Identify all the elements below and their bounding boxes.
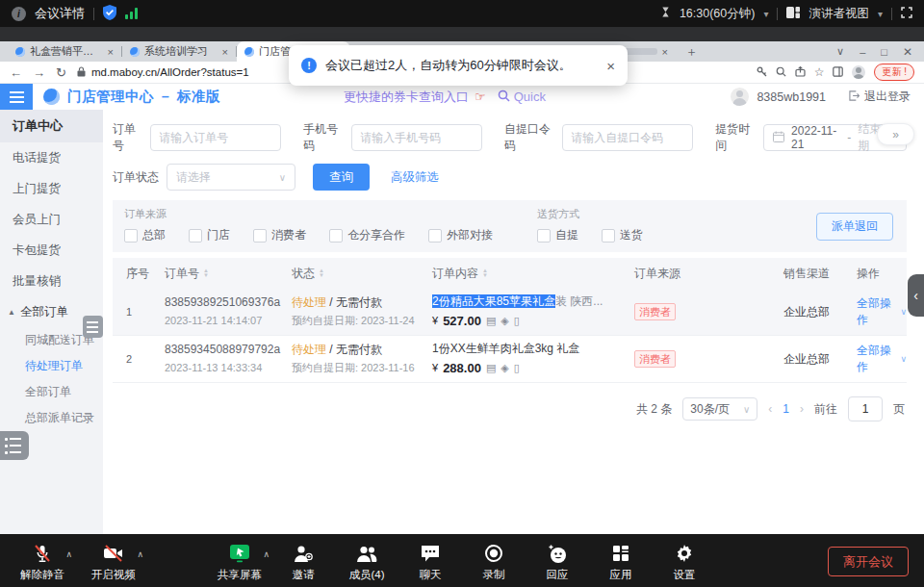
gift-box-icon[interactable]: ◈ xyxy=(500,360,508,376)
checkbox-icon[interactable] xyxy=(537,229,551,242)
checkbox-external[interactable]: 外部对接 xyxy=(428,227,493,243)
unmute-button[interactable]: 解除静音 ∧ xyxy=(15,542,69,582)
record-button[interactable]: 录制 xyxy=(467,542,521,582)
apps-button[interactable]: 应用 xyxy=(594,542,648,582)
members-button[interactable]: 成员(4) xyxy=(340,542,394,582)
new-tab-button[interactable]: ＋ xyxy=(676,41,707,62)
floating-list-button[interactable] xyxy=(0,431,29,460)
tab-close-icon[interactable]: × xyxy=(662,46,668,58)
row-actions-dropdown[interactable]: 全部操作 ∨ xyxy=(857,295,907,328)
leave-meeting-button[interactable]: 离开会议 xyxy=(828,547,909,576)
checkbox-icon[interactable] xyxy=(329,229,343,242)
col-content[interactable]: 订单内容▲▼ xyxy=(432,266,634,282)
timer-caret-icon[interactable]: ▾ xyxy=(763,9,768,19)
order-status-select[interactable]: 请选择 ∨ xyxy=(167,164,295,191)
back-icon[interactable]: ← xyxy=(10,65,22,80)
right-panel-handle[interactable]: ‹ xyxy=(908,274,924,317)
checkbox-store[interactable]: 门店 xyxy=(189,227,230,243)
gift-box-icon[interactable]: ◈ xyxy=(500,313,508,329)
meeting-timer[interactable]: 16:30(60分钟) xyxy=(680,6,756,22)
current-page[interactable]: 1 xyxy=(783,402,789,416)
next-page-icon[interactable]: › xyxy=(800,402,804,416)
window-minimize-button[interactable]: – xyxy=(860,46,865,58)
checkbox-icon[interactable] xyxy=(602,229,615,242)
sidebar-sub-hq-dispatch[interactable]: 总部派单记录 xyxy=(0,405,103,431)
user-avatar[interactable] xyxy=(731,88,749,106)
tab-close-icon[interactable]: × xyxy=(222,46,228,58)
col-status[interactable]: 状态▲▼ xyxy=(292,266,432,282)
url-field[interactable]: md.maboy.cn/AllOrder?status=1 xyxy=(77,66,249,79)
window-close-button[interactable]: ✕ xyxy=(903,45,912,59)
sidebar-item-phone-pickup[interactable]: 电话提货 xyxy=(0,142,103,173)
reactions-button[interactable]: 回应 xyxy=(530,542,584,582)
pickup-code-input[interactable] xyxy=(562,124,693,151)
search-button[interactable]: 查询 xyxy=(313,164,370,191)
checkbox-self-pickup[interactable]: 自提 xyxy=(537,227,578,243)
sidebar-sub-pending-orders[interactable]: 待处理订单 xyxy=(0,353,103,379)
checkbox-warehouse-share[interactable]: 仓分享合作 xyxy=(329,227,405,243)
side-panel-icon[interactable] xyxy=(833,66,843,79)
prev-page-icon[interactable]: ‹ xyxy=(768,402,772,416)
dispatch-return-button[interactable]: 派单退回 xyxy=(816,213,893,241)
sidebar-drag-handle[interactable] xyxy=(83,316,103,338)
checkbox-icon[interactable] xyxy=(189,229,202,242)
checkbox-icon[interactable] xyxy=(253,229,267,242)
sidebar-sub-all-orders[interactable]: 全部订单 xyxy=(0,379,103,405)
order-no-input[interactable] xyxy=(150,124,281,151)
banner-close-icon[interactable]: × xyxy=(606,58,615,74)
advanced-filter-link[interactable]: 高级筛选 xyxy=(391,169,439,186)
checkbox-consumer[interactable]: 消费者 xyxy=(253,227,306,243)
quick-card-entry-link[interactable]: 更快捷的券卡查询入口 ☞ xyxy=(344,89,486,106)
bookmark-star-icon[interactable]: ☆ xyxy=(814,65,825,79)
forward-icon[interactable]: → xyxy=(33,65,45,80)
zoom-icon[interactable] xyxy=(776,66,786,79)
checkbox-icon[interactable] xyxy=(428,229,442,242)
phone-icon[interactable]: ▯ xyxy=(514,313,520,329)
sort-icon[interactable]: ▲▼ xyxy=(482,268,488,278)
checkbox-hq[interactable]: 总部 xyxy=(124,227,166,243)
reload-icon[interactable]: ↻ xyxy=(56,65,66,80)
sidebar-item-door-pickup[interactable]: 上门提货 xyxy=(0,173,103,204)
col-order-no[interactable]: 订单号▲▼ xyxy=(165,266,292,282)
sort-icon[interactable]: ▲▼ xyxy=(319,268,324,278)
chevron-up-icon[interactable]: ∧ xyxy=(263,549,270,559)
security-shield-icon[interactable] xyxy=(103,5,116,23)
view-mode-selector[interactable]: 演讲者视图 xyxy=(808,6,869,22)
share-icon[interactable] xyxy=(795,66,806,79)
sidebar-section-order-center[interactable]: 订单中心 xyxy=(0,110,103,142)
chevron-up-icon[interactable]: ∧ xyxy=(65,549,72,559)
browser-tab[interactable]: 系统培训学习 × xyxy=(122,41,236,62)
tab-close-icon[interactable]: × xyxy=(108,46,114,58)
start-video-button[interactable]: 开启视频 ∧ xyxy=(87,542,141,582)
page-size-select[interactable]: 30条/页 ∨ xyxy=(682,397,757,421)
collapse-filters-button[interactable]: » xyxy=(877,123,914,145)
window-maximize-button[interactable]: □ xyxy=(881,46,887,58)
share-screen-button[interactable]: 共享屏幕 ∧ xyxy=(213,542,267,582)
checkbox-delivery[interactable]: 送货 xyxy=(602,227,643,243)
settings-button[interactable]: 设置 xyxy=(657,542,711,582)
receipt-icon[interactable]: ▤ xyxy=(486,313,496,329)
chat-button[interactable]: 聊天 xyxy=(403,542,457,582)
browser-update-button[interactable]: 更新 ! xyxy=(874,64,914,81)
sidebar-item-member-visit[interactable]: 会员上门 xyxy=(0,204,103,235)
profile-avatar[interactable] xyxy=(852,65,865,79)
sidebar-item-batch-verify[interactable]: 批量核销 xyxy=(0,266,103,296)
quick-search-button[interactable]: Quick xyxy=(498,89,546,105)
chevron-up-icon[interactable]: ∧ xyxy=(137,549,143,559)
sort-icon[interactable]: ▲▼ xyxy=(203,268,209,278)
view-caret-icon[interactable]: ▾ xyxy=(878,9,883,19)
row-actions-dropdown[interactable]: 全部操作 ∨ xyxy=(857,343,907,375)
menu-hamburger-button[interactable] xyxy=(0,84,33,110)
browser-tab[interactable]: 礼盒营销平台管理中心 × xyxy=(8,41,121,62)
meeting-details-button[interactable]: 会议详情 xyxy=(35,5,85,22)
invite-button[interactable]: 邀请 xyxy=(276,542,330,582)
fullscreen-icon[interactable] xyxy=(901,7,912,21)
receipt-icon[interactable]: ▤ xyxy=(486,360,496,376)
logout-button[interactable]: 退出登录 xyxy=(849,89,911,105)
tab-search-icon[interactable]: ∨ xyxy=(836,45,844,58)
checkbox-icon[interactable] xyxy=(124,229,138,242)
key-icon[interactable] xyxy=(757,66,767,79)
sidebar-item-card-pickup[interactable]: 卡包提货 xyxy=(0,235,103,266)
phone-input[interactable] xyxy=(351,124,482,151)
goto-page-input[interactable] xyxy=(848,396,883,421)
